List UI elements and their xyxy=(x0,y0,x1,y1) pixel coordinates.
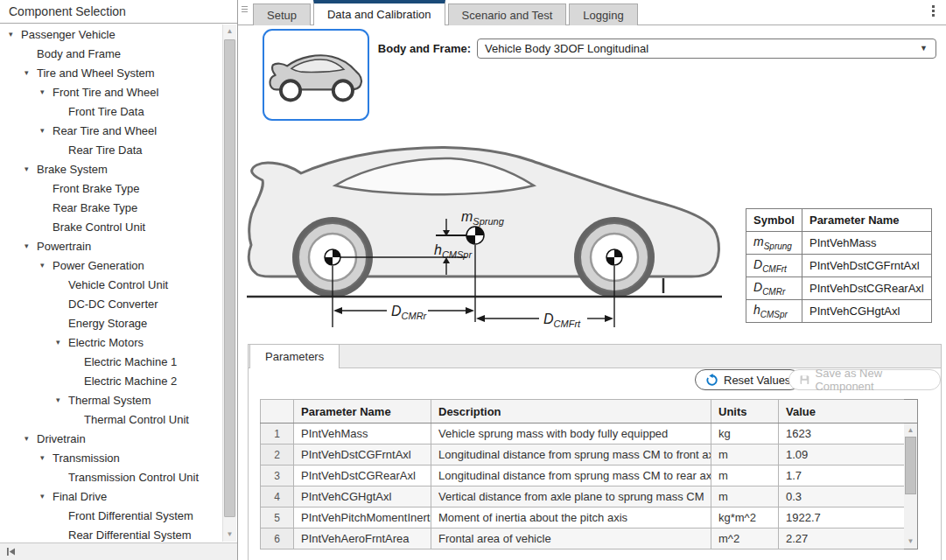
tree-item-thermal-system[interactable]: ▾Thermal System xyxy=(0,390,221,410)
tree-expander-icon[interactable]: ▾ xyxy=(40,261,53,270)
scroll-up-icon[interactable]: ▲ xyxy=(223,24,236,38)
tree-expander-icon[interactable]: ▾ xyxy=(9,30,21,38)
tree-expander-icon[interactable]: ▾ xyxy=(25,68,37,77)
tree-item-rear-brake-type[interactable]: Rear Brake Type xyxy=(0,198,221,217)
tree-expander-icon[interactable]: ▾ xyxy=(25,242,37,250)
value-cell[interactable]: 1.09 xyxy=(779,444,905,466)
overflow-menu-icon[interactable] xyxy=(928,5,937,17)
tree-item-thermal-control-unit[interactable]: Thermal Control Unit xyxy=(0,410,221,429)
tree-expander-icon[interactable]: ▾ xyxy=(40,453,53,462)
tree-item-rear-differential-system[interactable]: Rear Differential System xyxy=(0,525,221,542)
tree-item-front-differential-system[interactable]: Front Differential System xyxy=(0,506,221,525)
description-cell: Moment of inertia about the pitch axis xyxy=(431,508,711,528)
tree-item-energy-storage[interactable]: Energy Storage xyxy=(0,313,221,332)
tab-scenario-and-test[interactable]: Scenario and Test xyxy=(448,4,567,25)
body-frame-dropdown[interactable]: Vehicle Body 3DOF Longitudinal ▼ xyxy=(477,38,936,59)
parameter-column-header: Parameter Name xyxy=(802,209,931,232)
tree-item-front-tire-and-wheel[interactable]: ▾Front Tire and Wheel xyxy=(0,82,221,102)
units-cell: m xyxy=(711,466,779,486)
parameter-name-cell: PIntVehAeroFrntArea xyxy=(294,528,431,550)
tree-item-tire-and-wheel-system[interactable]: ▾Tire and Wheel System xyxy=(0,63,221,82)
tree-item-transmission[interactable]: ▾Transmission xyxy=(0,448,221,467)
tree-item-drivetrain[interactable]: ▾Drivetrain xyxy=(0,429,221,448)
tree-item-electric-machine-2[interactable]: Electric Machine 2 xyxy=(0,371,221,390)
tree-item-dc-dc-converter[interactable]: DC-DC Converter xyxy=(0,294,221,313)
tree-item-final-drive[interactable]: ▾Final Drive xyxy=(0,486,221,506)
tree-item-label: Brake System xyxy=(37,163,108,176)
tab-logging[interactable]: Logging xyxy=(569,4,637,25)
description-cell: Vertical distance from axle plane to spr… xyxy=(431,486,711,508)
save-icon xyxy=(799,374,809,386)
tree-expander-icon[interactable]: ▾ xyxy=(56,396,68,404)
scroll-down-icon[interactable]: ▼ xyxy=(223,528,236,542)
tree-expander-icon[interactable]: ▾ xyxy=(40,88,53,96)
table-scrollbar[interactable]: ▲ ▼ xyxy=(904,399,918,550)
scrollbar-thumb[interactable] xyxy=(224,39,235,517)
tree-item-label: Front Differential System xyxy=(68,509,193,522)
tab-setup[interactable]: Setup xyxy=(253,4,311,25)
parameters-table: Parameter NameDescriptionUnitsValue 1PIn… xyxy=(260,399,905,550)
tree-item-label: Front Tire and Wheel xyxy=(53,86,158,99)
tree-item-electric-motors[interactable]: ▾Electric Motors xyxy=(0,332,221,352)
parameters-tab-strip: Parameters xyxy=(249,345,941,368)
tree-item-powertrain[interactable]: ▾Powertrain xyxy=(0,236,221,256)
symbol-table-row: hCMSprPIntVehCGHgtAxl xyxy=(746,300,932,323)
tab-parameters[interactable]: Parameters xyxy=(249,344,340,368)
tree-item-power-generation[interactable]: ▾Power Generation xyxy=(0,256,221,275)
reset-icon xyxy=(705,374,718,387)
dropdown-arrow-icon: ▼ xyxy=(920,39,928,58)
sidebar-scrollbar[interactable]: ▲ ▼ xyxy=(222,24,236,542)
value-cell[interactable]: 1.7 xyxy=(779,466,905,486)
tree-expander-icon[interactable]: ▾ xyxy=(56,338,68,346)
column-header-value: Value xyxy=(779,400,905,424)
tab-data-and-calibration[interactable]: Data and Calibration xyxy=(313,0,445,25)
sidebar-footer xyxy=(0,542,237,560)
row-number-cell: 1 xyxy=(261,424,294,444)
tree-item-front-brake-type[interactable]: Front Brake Type xyxy=(0,178,221,198)
tree-item-vehicle-control-unit[interactable]: Vehicle Control Unit xyxy=(0,275,221,294)
vehicle-thumbnail-card[interactable] xyxy=(263,29,369,121)
tree-item-label: Transmission xyxy=(53,452,120,465)
tree-item-label: Brake Control Unit xyxy=(53,220,145,234)
tree-item-body-and-frame[interactable]: Body and Frame xyxy=(0,44,221,63)
tree-expander-icon[interactable]: ▾ xyxy=(40,126,53,135)
tree-item-front-tire-data[interactable]: Front Tire Data xyxy=(0,102,221,121)
tree-expander-icon[interactable]: ▾ xyxy=(40,492,53,500)
tree-item-rear-tire-and-wheel[interactable]: ▾Rear Tire and Wheel xyxy=(0,121,221,140)
reset-values-button[interactable]: Reset Values xyxy=(695,369,801,390)
value-cell[interactable]: 1623 xyxy=(779,424,905,444)
tree-expander-icon[interactable]: ▾ xyxy=(25,434,37,443)
table-row: 4PIntVehCGHgtAxlVertical distance from a… xyxy=(261,486,905,508)
sidebar-title: Component Selection xyxy=(0,0,237,24)
tree-item-passenger-vehicle[interactable]: ▾Passenger Vehicle xyxy=(0,24,221,44)
table-scroll-down-icon[interactable]: ▼ xyxy=(904,536,917,548)
symbol-cell: hCMSpr xyxy=(746,300,802,323)
collapse-sidebar-icon[interactable] xyxy=(5,546,17,557)
parameter-name-cell: PIntVehDstCGRearAxl xyxy=(294,466,431,486)
tree-item-electric-machine-1[interactable]: Electric Machine 1 xyxy=(0,352,221,371)
table-scroll-up-icon[interactable]: ▲ xyxy=(904,424,917,437)
tree-expander-icon[interactable]: ▾ xyxy=(25,164,37,173)
tree-item-label: Thermal Control Unit xyxy=(84,413,189,426)
save-as-new-component-label: Save as New Component xyxy=(815,367,930,393)
value-cell[interactable]: 2.27 xyxy=(779,528,905,550)
vehicle-dimensions-diagram: mSprung hCMSpr DCMRr DCMFrt xyxy=(245,133,744,343)
parameter-name-cell: PIntVehPitchMomentInertia xyxy=(294,508,431,528)
tree-item-rear-tire-data[interactable]: Rear Tire Data xyxy=(0,140,221,159)
units-cell: kg xyxy=(711,424,779,444)
tree-item-brake-system[interactable]: ▾Brake System xyxy=(0,159,221,178)
parameter-name-cell: PIntVehMass xyxy=(802,232,931,255)
reset-values-label: Reset Values xyxy=(724,374,790,387)
units-cell: m^2 xyxy=(711,528,779,550)
value-cell[interactable]: 0.3 xyxy=(779,486,905,508)
value-cell[interactable]: 1922.7 xyxy=(779,508,905,528)
row-number-cell: 4 xyxy=(261,486,294,508)
tree-item-label: Final Drive xyxy=(53,490,107,503)
column-header-description: Description xyxy=(431,400,711,424)
table-scrollbar-thumb[interactable] xyxy=(905,437,916,494)
tree-item-brake-control-unit[interactable]: Brake Control Unit xyxy=(0,217,221,236)
save-as-new-component-button[interactable]: Save as New Component xyxy=(788,369,941,390)
units-cell: m xyxy=(711,444,779,466)
units-cell: kg*m^2 xyxy=(711,508,779,528)
tree-item-transmission-control-unit[interactable]: Transmission Control Unit xyxy=(0,467,221,486)
